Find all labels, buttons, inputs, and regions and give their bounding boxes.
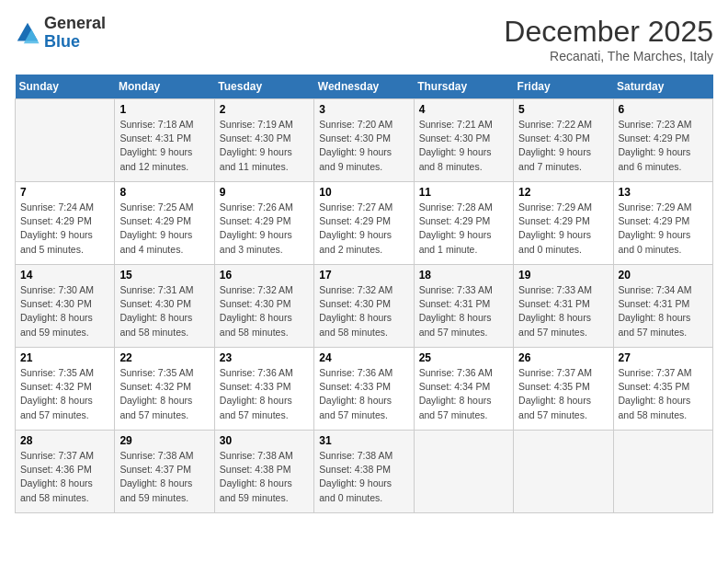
day-number: 4 <box>419 103 508 116</box>
calendar-week-row: 21Sunrise: 7:35 AM Sunset: 4:32 PM Dayli… <box>16 348 713 431</box>
day-info: Sunrise: 7:38 AM Sunset: 4:38 PM Dayligh… <box>319 449 408 505</box>
day-info: Sunrise: 7:34 AM Sunset: 4:31 PM Dayligh… <box>619 283 708 339</box>
day-info: Sunrise: 7:21 AM Sunset: 4:30 PM Dayligh… <box>419 118 508 174</box>
day-number: 11 <box>419 186 508 199</box>
day-number: 28 <box>20 434 109 447</box>
day-number: 29 <box>119 434 209 447</box>
calendar-cell: 27Sunrise: 7:37 AM Sunset: 4:35 PM Dayli… <box>613 348 712 431</box>
day-info: Sunrise: 7:38 AM Sunset: 4:37 PM Dayligh… <box>119 449 209 505</box>
day-info: Sunrise: 7:37 AM Sunset: 4:36 PM Dayligh… <box>20 449 109 505</box>
logo-text: General Blue <box>44 15 106 52</box>
day-number: 5 <box>518 103 608 116</box>
day-number: 13 <box>619 186 708 199</box>
day-number: 9 <box>220 186 309 199</box>
day-number: 17 <box>319 269 408 282</box>
day-header-wednesday: Wednesday <box>314 75 414 99</box>
day-info: Sunrise: 7:29 AM Sunset: 4:29 PM Dayligh… <box>518 201 608 257</box>
calendar-cell: 6Sunrise: 7:23 AM Sunset: 4:29 PM Daylig… <box>613 99 712 182</box>
calendar-week-row: 14Sunrise: 7:30 AM Sunset: 4:30 PM Dayli… <box>16 265 713 348</box>
day-number: 23 <box>220 351 309 364</box>
day-number: 24 <box>319 351 408 364</box>
calendar-cell: 11Sunrise: 7:28 AM Sunset: 4:29 PM Dayli… <box>414 182 513 265</box>
calendar-cell: 9Sunrise: 7:26 AM Sunset: 4:29 PM Daylig… <box>214 182 313 265</box>
day-info: Sunrise: 7:35 AM Sunset: 4:32 PM Dayligh… <box>119 366 209 422</box>
day-info: Sunrise: 7:24 AM Sunset: 4:29 PM Dayligh… <box>20 201 109 257</box>
day-number: 10 <box>319 186 408 199</box>
day-info: Sunrise: 7:36 AM Sunset: 4:33 PM Dayligh… <box>220 366 309 422</box>
calendar-cell: 14Sunrise: 7:30 AM Sunset: 4:30 PM Dayli… <box>16 265 115 348</box>
calendar-cell: 17Sunrise: 7:32 AM Sunset: 4:30 PM Dayli… <box>314 265 414 348</box>
logo-icon <box>15 20 40 46</box>
calendar-cell: 19Sunrise: 7:33 AM Sunset: 4:31 PM Dayli… <box>514 265 613 348</box>
day-info: Sunrise: 7:33 AM Sunset: 4:31 PM Dayligh… <box>518 283 608 339</box>
day-info: Sunrise: 7:26 AM Sunset: 4:29 PM Dayligh… <box>220 201 309 257</box>
calendar-cell: 26Sunrise: 7:37 AM Sunset: 4:35 PM Dayli… <box>514 348 613 431</box>
day-info: Sunrise: 7:30 AM Sunset: 4:30 PM Dayligh… <box>20 283 109 339</box>
calendar-cell: 2Sunrise: 7:19 AM Sunset: 4:30 PM Daylig… <box>214 99 313 182</box>
day-info: Sunrise: 7:18 AM Sunset: 4:31 PM Dayligh… <box>119 118 209 174</box>
day-info: Sunrise: 7:33 AM Sunset: 4:31 PM Dayligh… <box>419 283 508 339</box>
calendar-week-row: 7Sunrise: 7:24 AM Sunset: 4:29 PM Daylig… <box>16 182 713 265</box>
day-info: Sunrise: 7:19 AM Sunset: 4:30 PM Dayligh… <box>220 118 309 174</box>
calendar-header-row: SundayMondayTuesdayWednesdayThursdayFrid… <box>16 75 713 99</box>
calendar-cell: 30Sunrise: 7:38 AM Sunset: 4:38 PM Dayli… <box>214 431 313 513</box>
calendar-cell: 4Sunrise: 7:21 AM Sunset: 4:30 PM Daylig… <box>414 99 513 182</box>
day-info: Sunrise: 7:37 AM Sunset: 4:35 PM Dayligh… <box>619 366 708 422</box>
day-number: 6 <box>619 103 708 116</box>
calendar-cell <box>16 99 115 182</box>
day-info: Sunrise: 7:32 AM Sunset: 4:30 PM Dayligh… <box>220 283 309 339</box>
day-number: 31 <box>319 434 408 447</box>
day-number: 27 <box>619 351 708 364</box>
day-header-tuesday: Tuesday <box>214 75 313 99</box>
day-header-thursday: Thursday <box>414 75 513 99</box>
day-info: Sunrise: 7:29 AM Sunset: 4:29 PM Dayligh… <box>619 201 708 257</box>
calendar-cell: 21Sunrise: 7:35 AM Sunset: 4:32 PM Dayli… <box>16 348 115 431</box>
day-number: 7 <box>20 186 109 199</box>
day-number: 20 <box>619 269 708 282</box>
day-number: 19 <box>518 269 608 282</box>
calendar-cell: 25Sunrise: 7:36 AM Sunset: 4:34 PM Dayli… <box>414 348 513 431</box>
day-info: Sunrise: 7:22 AM Sunset: 4:30 PM Dayligh… <box>518 118 608 174</box>
day-info: Sunrise: 7:36 AM Sunset: 4:33 PM Dayligh… <box>319 366 408 422</box>
calendar-cell: 7Sunrise: 7:24 AM Sunset: 4:29 PM Daylig… <box>16 182 115 265</box>
calendar-cell: 29Sunrise: 7:38 AM Sunset: 4:37 PM Dayli… <box>115 431 214 513</box>
calendar-cell: 3Sunrise: 7:20 AM Sunset: 4:30 PM Daylig… <box>314 99 414 182</box>
day-number: 8 <box>119 186 209 199</box>
calendar-cell: 13Sunrise: 7:29 AM Sunset: 4:29 PM Dayli… <box>613 182 712 265</box>
day-number: 1 <box>119 103 209 116</box>
day-number: 18 <box>419 269 508 282</box>
month-title: December 2025 <box>504 15 713 49</box>
day-number: 30 <box>220 434 309 447</box>
location-subtitle: Recanati, The Marches, Italy <box>504 49 713 63</box>
day-number: 16 <box>220 269 309 282</box>
day-info: Sunrise: 7:23 AM Sunset: 4:29 PM Dayligh… <box>619 118 708 174</box>
calendar-cell: 8Sunrise: 7:25 AM Sunset: 4:29 PM Daylig… <box>115 182 214 265</box>
logo: General Blue <box>15 15 106 52</box>
day-number: 22 <box>119 351 209 364</box>
day-info: Sunrise: 7:32 AM Sunset: 4:30 PM Dayligh… <box>319 283 408 339</box>
calendar-cell: 5Sunrise: 7:22 AM Sunset: 4:30 PM Daylig… <box>514 99 613 182</box>
day-number: 21 <box>20 351 109 364</box>
calendar-table: SundayMondayTuesdayWednesdayThursdayFrid… <box>15 75 713 513</box>
day-number: 15 <box>119 269 209 282</box>
calendar-week-row: 1Sunrise: 7:18 AM Sunset: 4:31 PM Daylig… <box>16 99 713 182</box>
day-header-monday: Monday <box>115 75 214 99</box>
calendar-cell <box>414 431 513 513</box>
day-info: Sunrise: 7:20 AM Sunset: 4:30 PM Dayligh… <box>319 118 408 174</box>
calendar-cell: 15Sunrise: 7:31 AM Sunset: 4:30 PM Dayli… <box>115 265 214 348</box>
calendar-cell: 22Sunrise: 7:35 AM Sunset: 4:32 PM Dayli… <box>115 348 214 431</box>
calendar-cell: 12Sunrise: 7:29 AM Sunset: 4:29 PM Dayli… <box>514 182 613 265</box>
day-number: 12 <box>518 186 608 199</box>
day-number: 14 <box>20 269 109 282</box>
day-info: Sunrise: 7:25 AM Sunset: 4:29 PM Dayligh… <box>119 201 209 257</box>
day-number: 25 <box>419 351 508 364</box>
day-header-saturday: Saturday <box>613 75 712 99</box>
calendar-cell: 1Sunrise: 7:18 AM Sunset: 4:31 PM Daylig… <box>115 99 214 182</box>
day-number: 2 <box>220 103 309 116</box>
calendar-week-row: 28Sunrise: 7:37 AM Sunset: 4:36 PM Dayli… <box>16 431 713 513</box>
calendar-cell: 23Sunrise: 7:36 AM Sunset: 4:33 PM Dayli… <box>214 348 313 431</box>
day-info: Sunrise: 7:31 AM Sunset: 4:30 PM Dayligh… <box>119 283 209 339</box>
day-info: Sunrise: 7:37 AM Sunset: 4:35 PM Dayligh… <box>518 366 608 422</box>
calendar-cell: 18Sunrise: 7:33 AM Sunset: 4:31 PM Dayli… <box>414 265 513 348</box>
calendar-cell: 24Sunrise: 7:36 AM Sunset: 4:33 PM Dayli… <box>314 348 414 431</box>
